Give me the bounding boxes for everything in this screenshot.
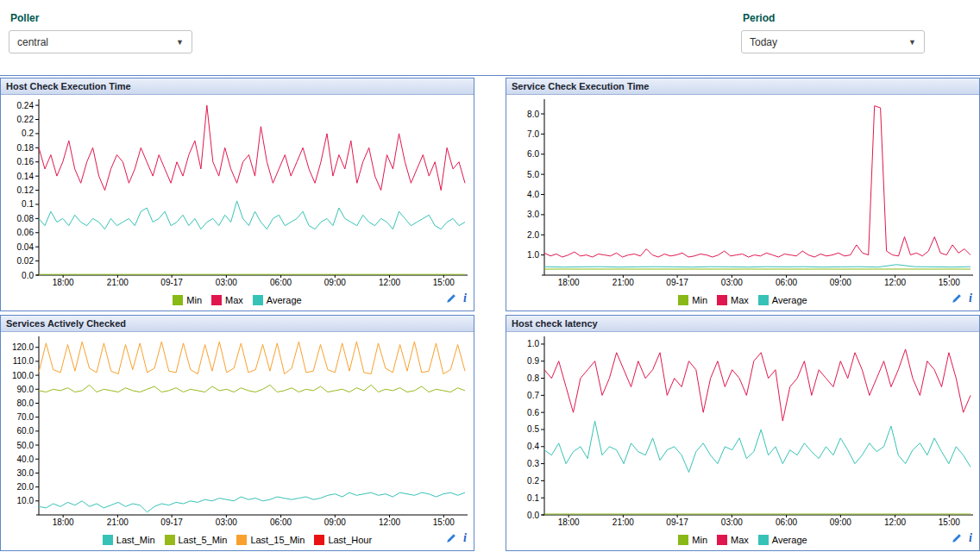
y-tick-label: 2.0 [527,230,539,240]
y-tick-label: 60.0 [17,426,35,436]
x-tick-label: 15:00 [939,518,960,527]
y-tick-label: 0.2 [527,476,539,486]
x-tick-label: 03:00 [721,278,743,287]
series-line-Last_15_Min [39,342,465,373]
series-line-Last_5_Min [39,385,465,392]
series-line-Average [39,201,465,229]
legend-item: Max [717,295,749,305]
series-line-Average [544,265,971,267]
y-tick-label: 20.0 [17,482,35,492]
period-label: Period [743,12,925,24]
x-tick-label: 03:00 [216,518,237,527]
y-tick-label: 50.0 [17,441,35,450]
x-tick-label: 18:00 [558,278,580,287]
series-line-Max [544,106,971,257]
legend-swatch [173,295,183,305]
y-tick-label: 0.6 [527,408,539,417]
y-tick-label: 4.0 [527,190,539,199]
legend-item: Min [678,535,707,545]
y-tick-label: 0.1 [527,493,539,503]
info-icon[interactable]: i [463,292,467,304]
panel-services-actively-checked: Services Actively Checked 10.020.030.040… [0,315,474,551]
legend-item: Last_Hour [314,535,372,545]
info-icon[interactable]: i [463,532,467,544]
y-tick-label: 30.0 [17,468,35,478]
legend-swatch [314,535,324,545]
series-line-Last_Min [39,492,465,512]
legend-label: Last_5_Min [179,535,228,545]
x-tick-label: 09-17 [666,278,688,287]
line-chart: 0.00.020.040.060.080.10.120.140.160.180.… [1,95,474,289]
chart-actions: i [445,292,467,304]
x-tick-label: 12:00 [884,518,906,527]
chart-title: Host check latency [506,316,979,332]
legend-label: Average [772,535,807,545]
x-tick-label: 06:00 [776,518,797,527]
y-tick-label: 1.0 [527,250,539,260]
x-tick-label: 15:00 [433,518,455,527]
legend-label: Last_Min [116,535,155,545]
x-tick-label: 09-17 [160,278,183,287]
legend-item: Average [758,295,807,305]
x-tick-label: 09:00 [324,518,346,527]
legend-label: Last_15_Min [250,535,305,545]
period-select[interactable]: Today ▼ [741,30,925,53]
y-tick-label: 8.0 [527,110,539,119]
x-tick-label: 03:00 [216,278,237,287]
y-tick-label: 0.0 [22,271,34,280]
y-tick-label: 5.0 [527,170,539,179]
x-tick-label: 09-17 [160,518,183,527]
x-tick-label: 06:00 [270,518,292,527]
chart-footer: MinMaxAverage i [506,289,979,310]
y-tick-label: 110.0 [13,356,35,366]
info-icon[interactable]: i [969,532,972,544]
info-icon[interactable]: i [969,292,972,304]
legend-swatch [253,295,263,305]
chart-actions: i [951,532,972,544]
y-tick-label: 0.14 [17,172,35,181]
y-tick-label: 0.08 [17,214,35,223]
x-tick-label: 21:00 [612,278,634,287]
edit-pencil-icon[interactable] [951,532,963,544]
legend-label: Max [731,295,749,305]
edit-pencil-icon[interactable] [445,292,457,304]
series-line-Max [39,105,465,191]
y-tick-label: 70.0 [17,412,35,422]
line-chart: 1.02.03.04.05.06.07.08.018:0021:0009-170… [506,95,979,289]
chart-title: Host Check Execution Time [1,78,474,95]
edit-pencil-icon[interactable] [951,292,963,304]
y-tick-label: 0.4 [527,442,539,451]
y-tick-label: 0.12 [17,185,35,195]
legend-swatch [103,535,113,545]
monitoring-dashboard: Poller central ▼ Period Today ▼ Host Che… [0,0,980,552]
x-tick-label: 12:00 [379,518,400,527]
legend-item: Max [717,535,749,545]
y-tick-label: 90.0 [17,385,35,394]
y-tick-label: 0.2 [22,129,34,138]
legend-swatch [717,535,727,545]
chart-title: Service Check Execution Time [506,78,979,95]
legend-item: Last_5_Min [165,535,228,545]
x-tick-label: 12:00 [884,278,906,287]
y-tick-label: 120.0 [12,342,34,352]
y-tick-label: 10.0 [17,496,35,505]
chart-footer: Last_MinLast_5_MinLast_15_MinLast_Hour i [1,529,474,550]
poller-select[interactable]: central ▼ [9,30,192,53]
series-line-Max [544,349,971,421]
legend-item: Min [173,295,202,305]
chart-footer: MinMaxAverage i [1,289,474,310]
chart-actions: i [951,292,972,304]
legend-swatch [165,535,175,545]
edit-pencil-icon[interactable] [445,532,457,544]
series-line-Average [544,421,971,472]
y-tick-label: 0.02 [17,256,35,266]
y-tick-label: 0.16 [17,157,35,166]
x-tick-label: 03:00 [721,518,743,527]
y-tick-label: 1.0 [527,339,539,348]
legend-swatch [236,535,247,545]
legend-label: Max [225,295,243,305]
y-tick-label: 0.0 [527,511,539,520]
chart-legend: MinMaxAverage [173,295,301,305]
y-tick-label: 0.24 [17,101,35,110]
legend-label: Min [186,295,202,305]
